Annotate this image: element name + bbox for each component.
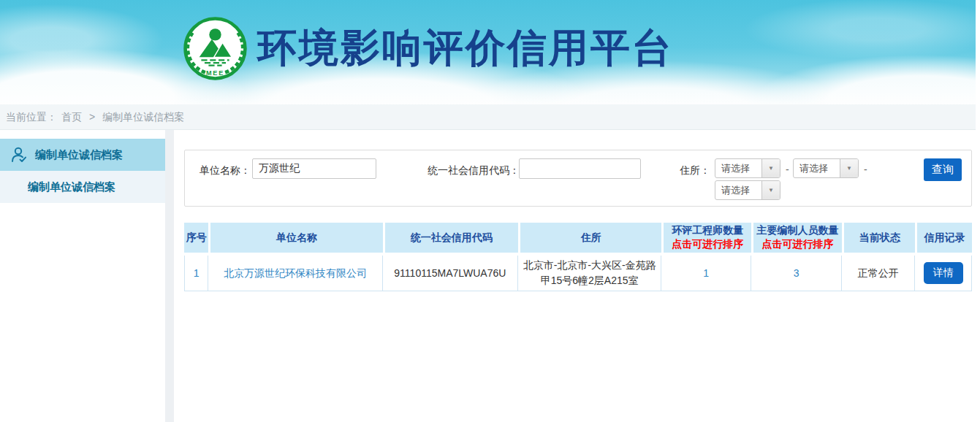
content: 单位名称： 统一社会信用代码： 住所： 请选择 ▼ - 请选择 ▼ - 请选择 … xyxy=(174,130,976,422)
breadcrumb: 当前位置：首页>编制单位诚信档案 xyxy=(0,104,976,130)
editor-count-link[interactable]: 3 xyxy=(794,267,799,279)
breadcrumb-prefix: 当前位置： xyxy=(6,111,57,123)
chevron-down-icon[interactable]: ▼ xyxy=(840,159,858,177)
sidebar-subitem-credit-archive[interactable]: 编制单位诚信档案 xyxy=(0,171,165,203)
main-area: 编制单位诚信档案 编制单位诚信档案 单位名称： 统一社会信用代码： 住所： 请选… xyxy=(0,130,976,422)
company-name-label: 单位名称： xyxy=(200,164,251,177)
cell-company-name: 北京万源世纪环保科技有限公司 xyxy=(208,256,382,291)
sidebar-item-label: 编制单位诚信档案 xyxy=(35,148,123,162)
address-dash: - xyxy=(864,164,867,175)
city-select-value: 请选择 xyxy=(794,159,840,177)
cell-address: 北京市-北京市-大兴区-金苑路甲15号6幢2层A215室 xyxy=(518,256,661,291)
row-index: 1 xyxy=(194,267,200,279)
cell-credit-code: 91110115MA7LWUA76U xyxy=(383,256,518,291)
cell-credit-record: 详情 xyxy=(915,256,972,291)
engineer-count-link[interactable]: 1 xyxy=(703,267,709,279)
col-header-company-name: 单位名称 xyxy=(208,223,382,256)
table-row: 1 北京万源世纪环保科技有限公司 91110115MA7LWUA76U 北京市-… xyxy=(184,256,972,291)
sidebar-content-divider xyxy=(165,130,174,422)
credit-code-label: 统一社会信用代码： xyxy=(428,164,520,177)
company-name-link[interactable]: 北京万源世纪环保科技有限公司 xyxy=(224,267,367,279)
col-header-address: 住所 xyxy=(518,223,661,256)
address-label: 住所： xyxy=(680,164,710,177)
cell-index: 1 xyxy=(184,256,208,291)
province-select-value: 请选择 xyxy=(715,159,761,177)
district-select-value: 请选择 xyxy=(715,181,761,199)
col-header-editor-count-sort[interactable]: 主要编制人员数量 点击可进行排序 xyxy=(751,223,842,256)
col-header-credit-record: 信用记录 xyxy=(915,223,972,256)
col-header-engineer-count: 环评工程师数量 xyxy=(665,224,750,237)
detail-button[interactable]: 详情 xyxy=(924,262,963,284)
sort-hint: 点击可进行排序 xyxy=(665,238,750,251)
sort-hint: 点击可进行排序 xyxy=(755,238,840,251)
breadcrumb-home-link[interactable]: 首页 xyxy=(61,111,82,123)
logo-text: MEE xyxy=(206,69,224,77)
city-select[interactable]: 请选择 ▼ xyxy=(793,158,859,178)
sidebar-subitem-label: 编制单位诚信档案 xyxy=(28,180,115,194)
breadcrumb-separator: > xyxy=(89,111,95,123)
user-check-icon xyxy=(10,146,28,164)
district-select[interactable]: 请选择 ▼ xyxy=(715,180,780,200)
query-button[interactable]: 查询 xyxy=(924,158,962,181)
page-title: 环境影响评价信用平台 xyxy=(257,22,674,75)
search-panel: 单位名称： 统一社会信用代码： 住所： 请选择 ▼ - 请选择 ▼ - 请选择 … xyxy=(184,150,972,207)
company-name-input[interactable] xyxy=(252,158,376,179)
site-header: MEE 环境影响评价信用平台 xyxy=(0,0,976,104)
mee-logo-icon: MEE xyxy=(182,15,248,83)
page: MEE 环境影响评价信用平台 当前位置：首页>编制单位诚信档案 编制单位诚信档案… xyxy=(0,0,976,422)
col-header-engineer-count-sort[interactable]: 环评工程师数量 点击可进行排序 xyxy=(661,223,751,256)
col-header-index: 序号 xyxy=(184,223,208,256)
col-header-status: 当前状态 xyxy=(842,223,915,256)
cell-editor-count: 3 xyxy=(751,256,842,291)
chevron-down-icon[interactable]: ▼ xyxy=(761,159,780,177)
credit-code-input[interactable] xyxy=(519,158,641,179)
table-header-row: 序号 单位名称 统一社会信用代码 住所 环评工程师数量 点击可进行排序 主要编制… xyxy=(184,223,972,256)
cell-engineer-count: 1 xyxy=(661,256,751,291)
cell-status: 正常公开 xyxy=(842,256,915,291)
col-header-credit-code: 统一社会信用代码 xyxy=(383,223,518,256)
address-dash: - xyxy=(786,164,789,175)
col-header-editor-count: 主要编制人员数量 xyxy=(755,224,840,237)
results-table: 序号 单位名称 统一社会信用代码 住所 环评工程师数量 点击可进行排序 主要编制… xyxy=(184,223,972,291)
province-select[interactable]: 请选择 ▼ xyxy=(715,158,780,178)
sidebar-item-credit-archive[interactable]: 编制单位诚信档案 xyxy=(0,139,165,171)
chevron-down-icon[interactable]: ▼ xyxy=(761,181,780,199)
sidebar: 编制单位诚信档案 编制单位诚信档案 xyxy=(0,130,165,422)
breadcrumb-current: 编制单位诚信档案 xyxy=(102,111,184,123)
